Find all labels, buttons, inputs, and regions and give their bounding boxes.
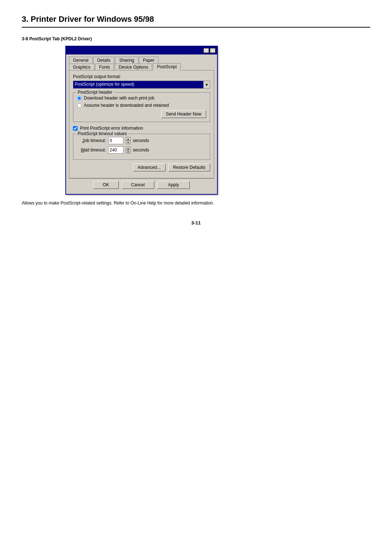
wait-timeout-row: Wait timeout: ▲ ▼ seconds [77, 146, 206, 154]
radio-download-header: Download header with each print job [77, 96, 206, 101]
radio-assume-header: Assume header is downloaded and retained [77, 103, 206, 108]
tab-postscript[interactable]: PostScript [153, 63, 181, 70]
timeout-group: PostScript timeout values Job timeout: ▲… [73, 134, 210, 160]
tab-graphics[interactable]: Graphics [69, 64, 94, 70]
wait-timeout-label: Wait timeout: [77, 147, 106, 153]
tab-row-2: Graphics Fonts Device Options PostScript [69, 63, 214, 70]
restore-defaults-button[interactable]: Restore Defaults [168, 163, 210, 171]
tab-paper[interactable]: Paper [139, 57, 159, 64]
job-timeout-label: Job timeout: [77, 138, 106, 143]
wait-timeout-input[interactable] [108, 146, 123, 154]
tab-content: PostScript output format: PostScript (op… [69, 70, 214, 178]
dialog-bottom-row: OK Cancel Apply [69, 178, 214, 191]
send-header-button[interactable]: Send Header Now [161, 110, 206, 118]
tab-details[interactable]: Details [93, 57, 115, 64]
wait-timeout-unit: seconds [133, 147, 149, 153]
timeout-group-title: PostScript timeout values [76, 131, 128, 136]
apply-button[interactable]: Apply [157, 181, 190, 189]
error-info-checkbox[interactable] [73, 126, 78, 131]
dialog-body: General Details Sharing Paper Graphics F… [66, 54, 217, 194]
dialog-titlebar: ? × [66, 46, 217, 54]
close-button[interactable]: × [210, 48, 216, 53]
job-timeout-up[interactable]: ▲ [126, 137, 131, 141]
output-format-label: PostScript output format: [73, 74, 210, 79]
tab-device-options[interactable]: Device Options [115, 64, 152, 70]
help-button[interactable]: ? [203, 48, 209, 53]
page-title: 3. Printer Driver for Windows 95/98 [22, 15, 370, 28]
send-header-row: Send Header Now [77, 110, 206, 118]
tab-sharing[interactable]: Sharing [115, 57, 138, 64]
job-timeout-unit: seconds [133, 138, 149, 143]
job-timeout-spinners: ▲ ▼ [126, 137, 131, 144]
radio-assume-input[interactable] [77, 103, 82, 108]
tab-row-1: General Details Sharing Paper [69, 57, 214, 64]
page-number: 3-11 [22, 220, 370, 226]
section-label: 3-8 PostScript Tab (KPDL2 Driver) [22, 36, 370, 41]
tab-fonts[interactable]: Fonts [95, 64, 114, 70]
error-info-label: Print PostScript error information [80, 126, 143, 131]
advanced-button[interactable]: Advanced... [133, 163, 166, 171]
tab-rows: General Details Sharing Paper Graphics F… [69, 57, 214, 70]
cancel-button[interactable]: Cancel [122, 181, 154, 189]
job-timeout-down[interactable]: ▼ [126, 141, 131, 144]
header-group-title: PostScript header [76, 90, 114, 95]
ok-button[interactable]: OK [93, 181, 119, 189]
wait-timeout-down[interactable]: ▼ [126, 150, 131, 154]
radio-assume-label: Assume header is downloaded and retained [84, 103, 169, 108]
radio-download-input[interactable] [77, 96, 82, 101]
tab-general[interactable]: General [69, 57, 93, 64]
job-timeout-row: Job timeout: ▲ ▼ seconds [77, 137, 206, 144]
radio-download-label: Download header with each print job [84, 96, 154, 101]
wait-timeout-spinners: ▲ ▼ [126, 146, 131, 154]
advanced-restore-row: Advanced... Restore Defaults [73, 163, 210, 171]
dropdown-arrow[interactable]: ▼ [204, 81, 210, 89]
error-info-checkbox-row: Print PostScript error information [73, 126, 210, 131]
output-format-row: PostScript (optimize for speed) ▼ [73, 81, 210, 89]
dialog-window: ? × General Details Sharing Paper Graphi… [65, 46, 218, 195]
description-text: Allows you to make PostScript-related se… [22, 200, 370, 206]
job-timeout-input[interactable] [108, 137, 123, 144]
header-group: PostScript header Download header with e… [73, 92, 210, 122]
wait-timeout-up[interactable]: ▲ [126, 146, 131, 150]
output-format-select[interactable]: PostScript (optimize for speed) [73, 81, 204, 89]
